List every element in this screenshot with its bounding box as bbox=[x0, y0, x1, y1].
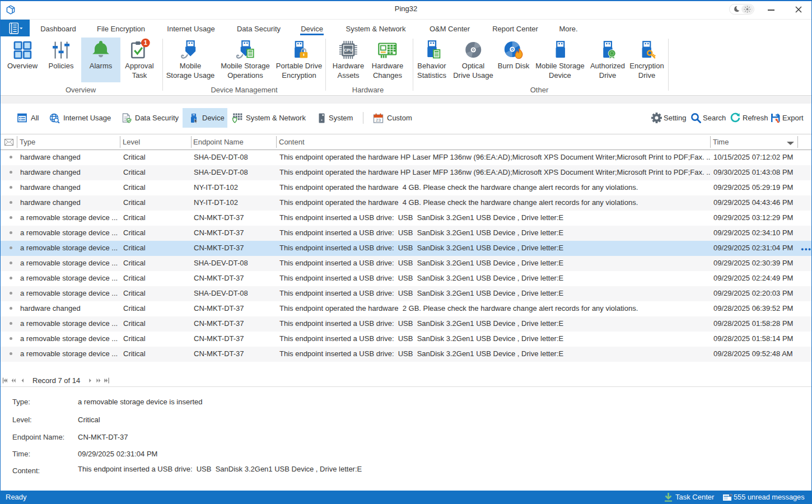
svg-text:23: 23 bbox=[376, 118, 381, 123]
svg-text:1: 1 bbox=[143, 39, 147, 46]
svg-text:CPU: CPU bbox=[344, 48, 353, 53]
